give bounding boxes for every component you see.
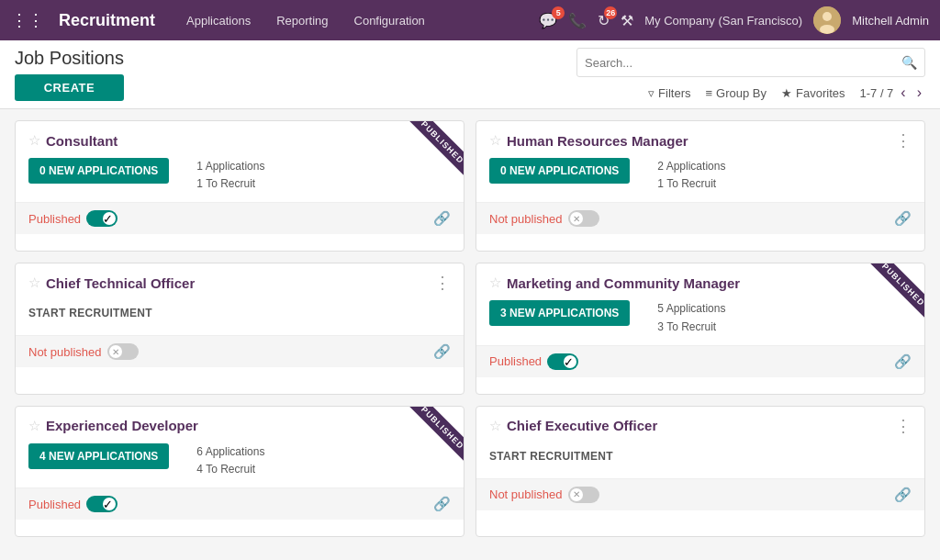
search-icon[interactable]: 🔍 (894, 55, 924, 70)
new-apps-button[interactable]: 4 NEW APPLICATIONS (28, 443, 169, 469)
publish-toggle[interactable]: ✓ (547, 353, 578, 370)
card-menu-icon[interactable]: ⋮ (895, 132, 912, 149)
published-row: Published ✓ (489, 353, 578, 370)
publish-toggle[interactable]: ✓ (86, 210, 118, 227)
job-positions-grid: PUBLISHED ☆ Consultant ⋮ 0 NEW APPLICATI… (0, 109, 940, 548)
card-title[interactable]: Marketing and Community Manager (507, 275, 740, 291)
card-menu-icon[interactable]: ⋮ (895, 274, 912, 291)
company-label: My Company (San Francisco) (644, 14, 802, 28)
card-title[interactable]: Experienced Developer (46, 418, 198, 433)
published-row: Not published ✕ (489, 210, 599, 227)
favorite-star-icon[interactable]: ☆ (28, 418, 40, 434)
publish-status-label: Published (489, 354, 542, 368)
start-recruitment-button[interactable]: START RECRUITMENT (489, 443, 613, 469)
group-by-button[interactable]: ≡ Group By (706, 86, 767, 100)
card-header: ☆ Chief Executive Officer ⋮ (489, 418, 912, 434)
apps-grid-icon[interactable]: ⋮⋮ (11, 10, 44, 30)
publish-status-label: Not published (489, 212, 563, 226)
publish-status-label: Published (28, 212, 81, 226)
publish-status-label: Not published (28, 345, 102, 359)
card-info: 0 NEW APPLICATIONS 2 Applications1 To Re… (489, 158, 912, 193)
favorite-star-icon[interactable]: ☆ (489, 132, 501, 149)
card-footer: Published ✓ 🔗 (16, 202, 464, 234)
card-title-row: ☆ Human Resources Manager (489, 132, 688, 149)
card-body: ☆ Consultant ⋮ 0 NEW APPLICATIONS 1 Appl… (16, 121, 464, 202)
page-title: Job Positions (15, 48, 124, 69)
phone-icon[interactable]: 📞 (568, 12, 587, 29)
card-title[interactable]: Chief Executive Officer (507, 418, 657, 433)
search-input[interactable] (577, 56, 894, 70)
external-link-icon[interactable]: 🔗 (894, 487, 912, 503)
filters-button[interactable]: ▿ Filters (648, 86, 690, 100)
refresh-icon[interactable]: ↻ 26 (598, 12, 610, 29)
star-icon: ★ (781, 86, 792, 100)
card-cto: ☆ Chief Technical Officer ⋮ START RECRUI… (15, 263, 464, 394)
external-link-icon[interactable]: 🔗 (433, 343, 451, 360)
card-info: START RECRUITMENT (489, 443, 912, 469)
toggle-knob: ✕ (570, 488, 583, 501)
card-header: ☆ Human Resources Manager ⋮ (489, 132, 912, 149)
new-apps-button[interactable]: 0 NEW APPLICATIONS (489, 158, 630, 184)
card-title[interactable]: Chief Technical Officer (46, 275, 195, 291)
next-page-button[interactable]: › (913, 84, 925, 101)
settings-icon[interactable]: ⚒ (621, 12, 633, 29)
card-stats: 5 Applications3 To Recruit (657, 300, 725, 335)
chat-icon[interactable]: 💬 5 (539, 12, 557, 29)
create-button[interactable]: CREATE (15, 74, 124, 101)
card-title-row: ☆ Marketing and Community Manager (489, 274, 740, 291)
card-footer: Not published ✕ 🔗 (476, 202, 924, 234)
top-nav: ⋮⋮ Recruitment Applications Reporting Co… (0, 0, 940, 40)
publish-toggle[interactable]: ✕ (568, 487, 599, 503)
nav-configuration[interactable]: Configuration (349, 10, 431, 31)
publish-toggle[interactable]: ✕ (568, 210, 599, 227)
svg-point-1 (822, 12, 832, 21)
svg-point-2 (820, 25, 834, 34)
card-stats: 6 Applications4 To Recruit (196, 443, 264, 478)
external-link-icon[interactable]: 🔗 (433, 496, 451, 512)
publish-status-label: Not published (489, 487, 563, 501)
subheader-left: Job Positions CREATE (15, 48, 124, 101)
favorite-star-icon[interactable]: ☆ (489, 418, 501, 434)
new-apps-button[interactable]: 3 NEW APPLICATIONS (489, 300, 630, 326)
favorite-star-icon[interactable]: ☆ (489, 274, 501, 291)
card-info: 3 NEW APPLICATIONS 5 Applications3 To Re… (489, 300, 912, 335)
card-menu-icon[interactable]: ⋮ (434, 274, 451, 291)
card-body: ☆ Experienced Developer ⋮ 4 NEW APPLICAT… (16, 407, 464, 487)
groupby-icon: ≡ (706, 86, 713, 100)
card-exp-developer: PUBLISHED ☆ Experienced Developer ⋮ 4 NE… (15, 406, 464, 537)
external-link-icon[interactable]: 🔗 (894, 353, 912, 370)
card-header: ☆ Experienced Developer ⋮ (28, 418, 451, 434)
card-title[interactable]: Human Resources Manager (507, 133, 688, 149)
published-row: Not published ✕ (489, 487, 599, 503)
nav-reporting[interactable]: Reporting (271, 10, 333, 31)
favorites-button[interactable]: ★ Favorites (781, 86, 845, 100)
toggle-knob: ✓ (564, 355, 576, 368)
card-header: ☆ Chief Technical Officer ⋮ (28, 274, 451, 291)
publish-status-label: Published (28, 498, 81, 511)
card-title[interactable]: Consultant (46, 133, 118, 149)
published-row: Published ✓ (28, 496, 118, 512)
favorite-star-icon[interactable]: ☆ (28, 132, 40, 149)
new-apps-button[interactable]: 0 NEW APPLICATIONS (28, 158, 169, 184)
pagination-label: 1-7 / 7 (859, 86, 893, 100)
brand-label: Recruitment (59, 11, 155, 30)
card-menu-icon[interactable]: ⋮ (434, 418, 451, 434)
external-link-icon[interactable]: 🔗 (433, 210, 451, 227)
nav-applications[interactable]: Applications (181, 10, 256, 31)
prev-page-button[interactable]: ‹ (897, 84, 909, 101)
card-marketing-manager: PUBLISHED ☆ Marketing and Community Mana… (476, 263, 925, 394)
nav-icons: 💬 5 📞 ↻ 26 ⚒ My Company (San Francisco) … (539, 6, 929, 34)
start-recruitment-button[interactable]: START RECRUITMENT (28, 300, 152, 326)
publish-toggle[interactable]: ✓ (86, 496, 118, 512)
avatar[interactable] (813, 6, 841, 34)
card-info: START RECRUITMENT (28, 300, 451, 326)
card-menu-icon[interactable]: ⋮ (434, 132, 451, 149)
card-header: ☆ Marketing and Community Manager ⋮ (489, 274, 912, 291)
toggle-knob: ✓ (103, 212, 116, 225)
card-title-row: ☆ Consultant (28, 132, 118, 149)
card-menu-icon[interactable]: ⋮ (895, 418, 912, 434)
favorite-star-icon[interactable]: ☆ (28, 274, 40, 291)
subheader-right: 🔍 ▿ Filters ≡ Group By ★ Favorites 1-7 /… (576, 48, 925, 101)
publish-toggle[interactable]: ✕ (107, 343, 139, 360)
external-link-icon[interactable]: 🔗 (894, 210, 912, 227)
